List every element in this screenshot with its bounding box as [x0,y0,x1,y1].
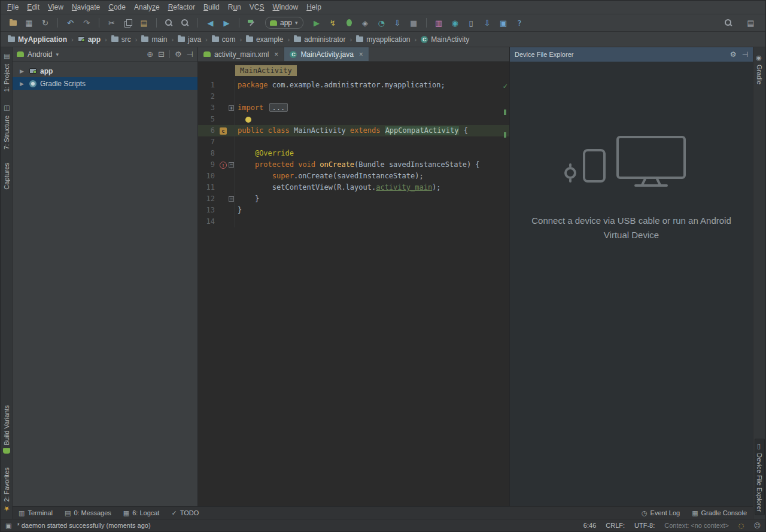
inspection-ok-icon[interactable]: ✓ [503,81,508,92]
make-project-button[interactable] [244,16,259,29]
intention-bulb-icon[interactable] [245,117,251,123]
forward-button[interactable]: ▶ [219,16,234,29]
tab-activity-main-xml[interactable]: activity_main.xml× [198,47,284,61]
tool-button-gradle[interactable]: ◉Gradle [755,51,764,87]
back-button[interactable]: ◀ [203,16,218,29]
caret-position[interactable]: 6:46 [583,522,596,529]
help-button[interactable]: ? [512,16,527,29]
menu-view[interactable]: View [44,3,68,11]
code-line[interactable]: 8 @Override [198,148,509,159]
menu-build[interactable]: Build [199,3,224,11]
redo-button[interactable]: ↷ [79,16,94,29]
code-line[interactable]: 11 setContentView(R.layout.activity_main… [198,182,509,193]
menu-analyze[interactable]: Analyze [130,3,164,11]
tool-button-build-variants[interactable]: Build Variants [2,403,11,456]
override-gutter-icon[interactable]: ↑ [220,162,227,169]
android-profiler-button[interactable]: ▥ [431,16,446,29]
stop-button[interactable]: ■ [406,16,421,29]
tool-button-captures[interactable]: Captures [2,160,11,192]
code-line[interactable]: 10 super.onCreate(savedInstanceState); [198,171,509,182]
tool-button-project[interactable]: 1: Project▤ [2,51,11,94]
editor-breadcrumb-class[interactable]: MainActivity [235,65,297,76]
project-view-selector[interactable]: Android ▾ [17,50,59,59]
code-line[interactable]: 14 [198,216,509,227]
toolwindow-switcher-icon[interactable]: ▣ [5,522,11,530]
paste-button[interactable]: ▤ [136,16,151,29]
code-line[interactable]: 1package com.example.administrator.myapp… [198,80,509,91]
breadcrumb-administrator[interactable]: administrator [293,35,346,44]
file-encoding[interactable]: UTF-8: [634,522,655,529]
coverage-button[interactable]: ◈ [358,16,373,29]
close-tab-icon[interactable]: × [359,50,363,59]
code-line[interactable]: 6cpublic class MainActivity extends AppC… [198,125,509,136]
tab-mainactivity-java[interactable]: CMainActivity.java× [284,47,369,61]
tree-item-app[interactable]: ▶app [13,65,197,77]
run-configuration-select[interactable]: app▾ [265,17,303,29]
run-context[interactable]: Context: <no context> [664,522,729,529]
tool-button-device-file-explorer[interactable]: ▯Device File Explorer [755,439,765,515]
breadcrumb-myapplication[interactable]: MyApplication [7,35,68,44]
breadcrumb-app[interactable]: app [77,35,102,44]
tool-button-messages[interactable]: ▤0: Messages [65,509,111,517]
apply-changes-button[interactable]: ↯ [326,16,341,29]
line-separator[interactable]: CRLF: [606,522,625,529]
breadcrumb-example[interactable]: example [245,35,284,44]
fold-collapse-icon[interactable]: − [229,196,234,202]
open-project-button[interactable] [5,16,20,29]
avd-manager-button[interactable]: ▯ [464,16,479,29]
locate-button[interactable]: ⊕ [147,50,153,59]
replace-button[interactable] [178,16,193,29]
class-gutter-icon[interactable]: c [220,127,227,135]
tool-button-todo[interactable]: ✓TODO [171,509,199,517]
undo-button[interactable]: ↶ [63,16,78,29]
code-line[interactable]: 9↑− protected void onCreate(Bundle saved… [198,159,509,171]
settings-button[interactable]: ⚙ [175,50,182,59]
tool-button-terminal[interactable]: ▥Terminal [19,509,53,517]
menu-window[interactable]: Window [268,3,302,11]
menu-run[interactable]: Run [224,3,245,11]
sync-button[interactable]: ↻ [38,16,53,29]
tree-item-gradle-scripts[interactable]: ▶Gradle Scripts [13,77,197,90]
tool-button-gradle-console[interactable]: ▦Gradle Console [692,509,747,517]
device-settings-button[interactable]: ⚙ [730,50,737,59]
menu-help[interactable]: Help [302,3,326,11]
menu-file[interactable]: File [3,3,23,11]
code-line[interactable]: 7 [198,136,509,148]
menu-edit[interactable]: Edit [23,3,44,11]
save-all-button[interactable]: ▦ [22,16,37,29]
menu-navigate[interactable]: Navigate [68,3,104,11]
code-area[interactable]: 1package com.example.administrator.myapp… [198,80,509,227]
gradle-sync-button[interactable]: ◉ [448,16,463,29]
breadcrumb-myapplication[interactable]: myapplication [355,35,411,44]
breadcrumb-java[interactable]: java [177,35,202,44]
tool-button-logcat[interactable]: ▦6: Logcat [123,509,160,517]
breadcrumb-com[interactable]: com [211,35,237,44]
tool-button-favorites[interactable]: ★2: Favorites [2,465,11,515]
copy-button[interactable] [120,16,135,29]
code-line[interactable]: 3+import ... [198,102,509,114]
layout-inspector-button[interactable]: ▣ [496,16,511,29]
notification-bell-icon[interactable]: ◌ [738,522,744,530]
inspection-mark[interactable] [504,110,506,115]
hide-panel-button[interactable]: ⊣ [187,50,193,59]
code-line[interactable]: 13} [198,205,509,216]
menu-code[interactable]: Code [104,3,130,11]
find-button[interactable] [162,16,177,29]
code-line[interactable]: 5 [198,114,509,125]
collapse-all-button[interactable]: ⊟ [158,50,165,59]
minimize-panel-button[interactable]: ⊣ [742,50,748,59]
inspection-mark[interactable] [504,132,506,138]
tool-button-event-log[interactable]: ◷Event Log [642,509,680,517]
debug-button[interactable] [342,16,357,29]
expand-arrow-icon[interactable]: ▶ [20,81,26,87]
fold-collapse-icon[interactable]: − [229,162,234,168]
sdk-manager-button[interactable]: ⇩ [480,16,495,29]
menu-refactor[interactable]: Refactor [164,3,199,11]
breadcrumb-src[interactable]: src [110,35,132,44]
search-everywhere-button[interactable] [721,16,736,29]
menu-vcs[interactable]: VCS [245,3,269,11]
toolbar-menu-button[interactable]: ▤ [743,16,758,29]
profiler-button[interactable]: ◔ [374,16,389,29]
breadcrumb-main[interactable]: main [140,35,168,44]
close-tab-icon[interactable]: × [274,50,278,59]
